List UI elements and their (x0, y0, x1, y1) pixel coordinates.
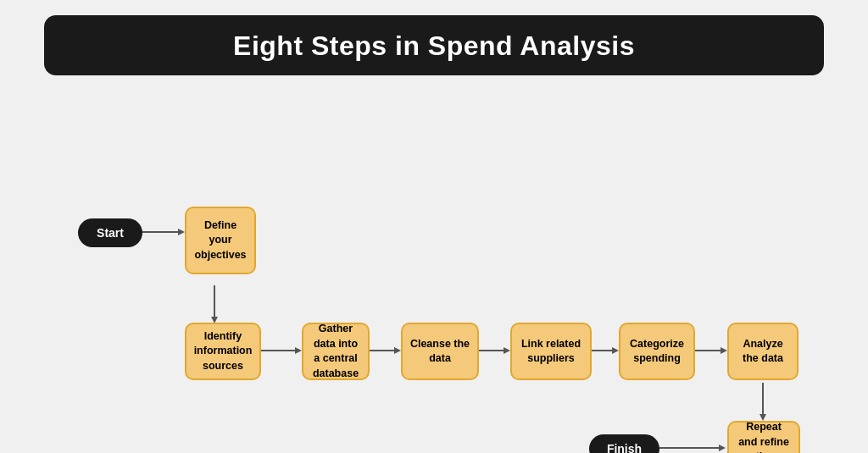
svg-marker-1 (178, 229, 185, 235)
step1-box: Define your objectives (185, 207, 256, 274)
diagram: Start Define your objectives Identify in… (0, 75, 868, 453)
step4-box: Cleanse the data (401, 323, 479, 380)
arrows-svg (0, 75, 868, 453)
finish-pill: Finish (589, 434, 659, 453)
title-bar: Eight Steps in Spend Analysis (44, 15, 824, 75)
start-pill: Start (78, 218, 142, 247)
svg-marker-17 (719, 445, 726, 451)
page-title: Eight Steps in Spend Analysis (44, 30, 824, 62)
svg-marker-9 (504, 347, 510, 354)
step6-box: Categorize spending (619, 323, 695, 380)
svg-marker-11 (612, 347, 619, 354)
step7-box: Analyze the data (727, 323, 798, 380)
step3-box: Gather data into a central database (302, 323, 370, 380)
step5-box: Link related suppliers (510, 323, 592, 380)
svg-marker-13 (721, 347, 727, 354)
step2-box: Identify information sources (185, 323, 261, 380)
svg-marker-5 (295, 347, 302, 354)
step8-box: Repeat and refine the process (727, 421, 800, 453)
svg-marker-7 (394, 347, 401, 354)
